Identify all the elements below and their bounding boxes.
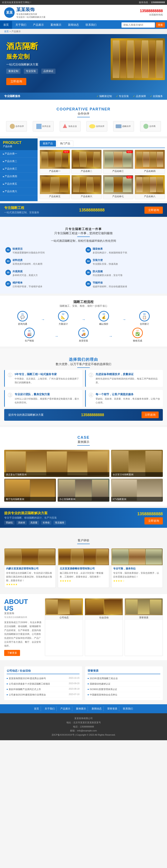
nav-item-home[interactable]: 首页 — [0, 21, 12, 29]
process-icon-5: 🏭 — [27, 332, 32, 336]
news-item-3[interactable]: 新款环保隔断产品系列正式上市 2023-08-18 — [7, 687, 79, 692]
about-img-1[interactable]: 公司动态 — [45, 598, 83, 656]
product-lines-7 — [105, 177, 132, 192]
product-card-4[interactable]: 产品名称四 — [135, 150, 165, 174]
testimonials-title-text: 客户评价 — [4, 539, 163, 542]
header-phone-label: 全国服务热线 — [140, 13, 163, 16]
product-new-badge-7: NEW — [127, 176, 133, 178]
process-step-3: 03 💰 确认报价 — [86, 311, 122, 326]
product-card-1[interactable]: NEW 产品名称一 — [40, 150, 70, 174]
nav-item-news[interactable]: 新闻动态 — [65, 21, 82, 29]
product-card-img-2 — [72, 150, 102, 169]
promo-title: 提供专业的酒店隔断解决方案 — [4, 511, 66, 516]
case-card-2[interactable]: 会议室活动隔断案例 — [111, 450, 163, 477]
svg-text:知名企业: 知名企业 — [68, 125, 77, 127]
case-card-3[interactable]: 餐厅包间隔断案例 — [4, 478, 56, 502]
product-card-8[interactable]: 产品名称八 — [135, 175, 165, 199]
partners-title-line — [77, 117, 90, 117]
breadcrumb: 首页 > 产品展示 — [0, 29, 167, 34]
main-nav[interactable]: 首页 关于我们 产品展示 案例展示 新闻动态 联系我们 搜索 — [0, 21, 167, 29]
about-more-button[interactable]: 了解更多 — [4, 650, 20, 656]
product-tab-hot[interactable]: 热门产品 — [57, 141, 73, 147]
breadcrumb-current: 产品展示 — [11, 30, 21, 33]
banner2-cta-button[interactable]: 立即咨询 — [144, 207, 163, 214]
process-step-5: 05 🏭 生产制造 — [4, 328, 55, 342]
about-img-2[interactable]: 社会活动 — [85, 598, 123, 656]
about-label-3: 荣誉资质 — [125, 615, 163, 620]
search-input[interactable] — [122, 22, 155, 28]
footer-nav-contact[interactable]: 联系我们 — [121, 706, 135, 711]
hero-cta-button[interactable]: 立即咨询 — [6, 78, 26, 85]
process-circle-7: 07 ✅ — [132, 328, 143, 338]
case-label-4: 办公室隔断案例 — [58, 497, 109, 502]
footer-phone: 电话：13588888888 — [4, 725, 163, 729]
product-card-6[interactable]: 产品名称六 — [71, 175, 102, 199]
process-title: 隔断工程流程 隔断施工、安装、检收，做到一步都不省心 — [4, 300, 163, 308]
process-num-5: 05 — [28, 330, 31, 332]
product-card-label-6: 产品名称六 — [72, 194, 102, 199]
feature-title-4: 安装方便 — [93, 258, 118, 262]
about-img-placeholder-1 — [45, 598, 83, 615]
process-circle-3: 03 💰 — [99, 311, 109, 321]
footer-nav-honor[interactable]: 荣誉资质 — [106, 706, 119, 711]
svg-text:合作伙伴: 合作伙伴 — [96, 125, 104, 127]
footer-nav-news[interactable]: 新闻动态 — [90, 706, 104, 711]
case-card-4[interactable]: 办公室隔断案例 — [58, 478, 109, 502]
partner-3: 知名企业 — [58, 119, 82, 133]
why-num-4: ④ — [88, 393, 94, 404]
product-card-2[interactable]: 产品名称二 — [71, 150, 102, 174]
product-grid: NEW 产品名称一 产品名称二 — [40, 150, 165, 199]
about-img-placeholder-3 — [125, 598, 163, 615]
why-banner-button[interactable]: 立即咨询 — [141, 411, 159, 418]
product-card-7[interactable]: NEW 产品名称七 — [103, 175, 133, 199]
sub-feat-2: 专业安装 — [116, 94, 129, 98]
case-title-line — [77, 445, 90, 445]
footer-nav-case[interactable]: 案例展示 — [74, 706, 88, 711]
nav-item-product[interactable]: 产品展示 — [30, 21, 47, 29]
features-subtitle: 只专注隔断工程这一件事，坚持把它做到极致 — [4, 231, 163, 235]
logo-cn: 某某装饰 — [16, 6, 45, 13]
product-cat-1[interactable]: 产品分类一 — [0, 150, 38, 158]
promo-feat-5: 售后服务 — [54, 521, 66, 525]
product-card-5[interactable]: 产品名称五 — [40, 175, 70, 199]
nav-item-contact[interactable]: 联系我们 — [82, 21, 100, 29]
promo-cta-button[interactable]: 立即咨询 — [144, 517, 163, 524]
about-img-3[interactable]: 荣誉资质 — [125, 598, 163, 656]
svg-point-0 — [10, 124, 15, 129]
case-title: CASE 案例展示 — [4, 431, 163, 448]
product-cat-2[interactable]: 产品分类二 — [0, 158, 38, 165]
product-card-img-5 — [40, 175, 70, 194]
footer-nav-product[interactable]: 产品展示 — [59, 706, 72, 711]
process-label-6: 发货安装 — [58, 339, 108, 342]
product-cat-3[interactable]: 产品分类三 — [0, 165, 38, 173]
features-title-en: 只专注隔断工程这一件事 — [4, 227, 163, 231]
case-card-5[interactable]: KTV隔断案例 — [111, 478, 163, 502]
product-cat-5[interactable]: 产品分类五 — [0, 180, 38, 188]
partners-list: 合作伙伴 伙伴企业 知名企业 合作伙伴 战略伙伴 合作商 — [4, 119, 163, 133]
product-cat-6[interactable]: 产品分类六 — [0, 188, 38, 195]
news-section: 公司动态 / 社会活动 某某装饰荣获2023年度优秀企业称号 2023-10-1… — [0, 662, 167, 704]
case-card-wide-1[interactable]: 酒店宴会厅隔断案例 — [4, 450, 109, 477]
footer-nav-about[interactable]: 关于我们 — [43, 706, 57, 711]
product-cat-4[interactable]: 产品分类四 — [0, 173, 38, 180]
feature-title-1: 轻便灵活 — [12, 247, 45, 251]
why-title-line — [77, 367, 90, 368]
process-label-5: 生产制造 — [4, 339, 55, 342]
product-tab-new[interactable]: 最新产品 — [40, 141, 56, 147]
breadcrumb-home[interactable]: 首页 — [4, 30, 9, 33]
product-card-3[interactable]: NEW 产品名称三 — [103, 150, 133, 174]
news-item-4[interactable]: 公司参加2023年建筑装饰行业博览会 2023-07-10 — [7, 692, 79, 698]
nav-item-case[interactable]: 案例展示 — [47, 21, 65, 29]
feature-desc-8: 低碳环保材料，符合绿色建筑标准 — [93, 285, 127, 288]
product-lines-6 — [73, 177, 100, 192]
footer-icp: 京ICP备XXXXXXXX号 | Copyright © 2023 All Ri… — [4, 733, 163, 737]
news-item-1[interactable]: 某某装饰荣获2023年度优秀企业称号 2023-10-15 — [7, 676, 79, 681]
footer-nav-home[interactable]: 首页 — [32, 706, 41, 711]
process-circle-4: 04 📋 — [139, 311, 150, 321]
news-item-2[interactable]: 公司成功承接多个大型酒店隔断工程项目 2023-09-20 — [7, 681, 79, 687]
why-banner: 提供专业的酒店隔断解决方案 13588888888 立即咨询 — [4, 409, 163, 421]
process-arrow-4: → — [55, 332, 58, 339]
search-button[interactable]: 搜索 — [156, 22, 165, 28]
nav-item-about[interactable]: 关于我们 — [12, 21, 30, 29]
partition-line-2 — [120, 40, 127, 78]
